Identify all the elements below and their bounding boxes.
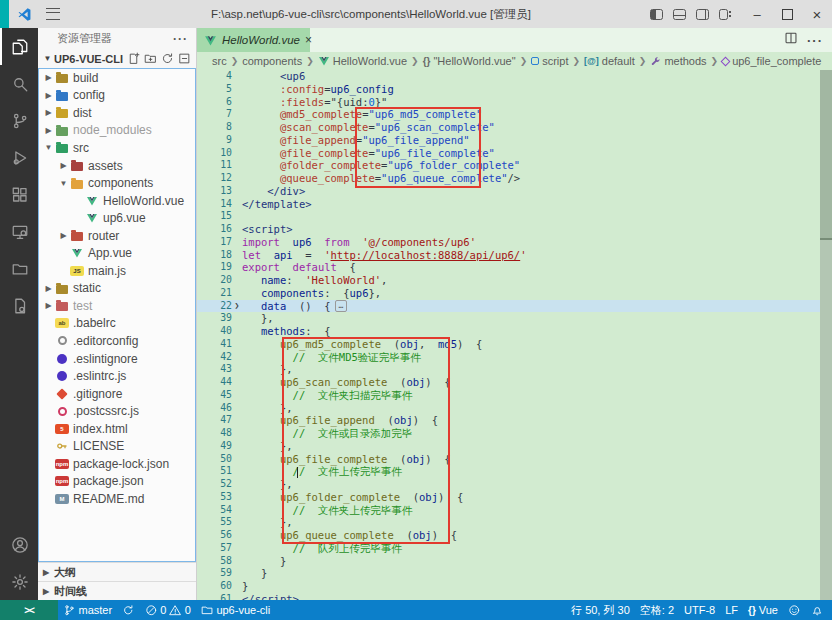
status-notifications[interactable] bbox=[806, 600, 829, 620]
status-language-mode[interactable]: {}Vue bbox=[743, 600, 783, 620]
minimize-button[interactable]: – bbox=[742, 0, 772, 28]
tree-item-package.json[interactable]: npmpackage.json bbox=[39, 473, 195, 491]
tree-item-App.vue[interactable]: App.vue bbox=[39, 244, 195, 262]
tree-item-.gitignore[interactable]: .gitignore bbox=[39, 385, 195, 403]
breadcrumb-item[interactable]: up6_file_complete bbox=[722, 55, 821, 67]
tree-item-dist[interactable]: ▶dist bbox=[39, 104, 195, 122]
status-sync[interactable] bbox=[117, 600, 140, 620]
code-line-17[interactable]: 17import up6 from '@/components/up6' bbox=[197, 236, 832, 249]
code-line-12[interactable]: 12 @queue_complete="up6_queue_complete"/… bbox=[197, 172, 832, 185]
code-line-4[interactable]: 4 <up6 bbox=[197, 70, 832, 83]
code-line-14[interactable]: 14</template> bbox=[197, 198, 832, 211]
toggle-sidebar-icon[interactable] bbox=[650, 9, 663, 20]
scrollbar-thumb[interactable] bbox=[820, 70, 832, 240]
tree-item-nodemodules[interactable]: ▶node_modules bbox=[39, 122, 195, 140]
breadcrumb-item[interactable]: HelloWorld.vue bbox=[318, 55, 407, 67]
status-cursor-position[interactable]: 行 50, 列 30 bbox=[566, 600, 635, 620]
collapse-all-icon[interactable] bbox=[178, 52, 191, 65]
tree-item-README.md[interactable]: MREADME.md bbox=[39, 490, 195, 508]
editor-scrollbar[interactable] bbox=[820, 70, 832, 600]
activity-settings-icon[interactable] bbox=[0, 563, 38, 600]
close-tab-icon[interactable]: × bbox=[305, 34, 312, 46]
status-eol[interactable]: LF bbox=[720, 600, 743, 620]
tree-item-build[interactable]: ▶build bbox=[39, 69, 195, 87]
breadcrumb-item[interactable]: methods bbox=[650, 55, 706, 67]
tree-item-HelloWorld.vue[interactable]: HelloWorld.vue bbox=[39, 192, 195, 210]
timeline-section[interactable]: ▶ 时间线 bbox=[38, 581, 196, 600]
code-line-5[interactable]: 5 :config=up6_config bbox=[197, 83, 832, 96]
activity-project-folder-icon[interactable] bbox=[0, 250, 38, 287]
fold-chevron-icon[interactable]: ❯ bbox=[232, 300, 242, 313]
tree-item-.editorconfig[interactable]: .editorconfig bbox=[39, 332, 195, 350]
toggle-secondary-sidebar-icon[interactable] bbox=[696, 9, 709, 20]
customize-layout-icon[interactable] bbox=[719, 9, 728, 20]
code-line-58[interactable]: 58 } bbox=[197, 555, 832, 568]
tree-item-LICENSE[interactable]: LICENSE bbox=[39, 437, 195, 455]
code-line-19[interactable]: 19export default { bbox=[197, 261, 832, 274]
tree-item-components[interactable]: ▼components bbox=[39, 174, 195, 192]
editor-more-actions-icon[interactable]: ··· bbox=[807, 33, 823, 48]
breadcrumb-item[interactable]: [@]default bbox=[584, 55, 635, 67]
new-file-icon[interactable] bbox=[127, 52, 140, 65]
close-button[interactable]: × bbox=[802, 0, 832, 28]
tab-helloworld-vue[interactable]: HelloWorld.vue × bbox=[197, 28, 310, 52]
code-line-40[interactable]: 40 methods: { bbox=[197, 325, 832, 338]
code-line-7[interactable]: 7 @md5_complete="up6_md5_complete" bbox=[197, 108, 832, 121]
tree-item-.eslintrc.js[interactable]: .eslintrc.js bbox=[39, 367, 195, 385]
maximize-button[interactable] bbox=[772, 0, 802, 28]
activity-remote-explorer-icon[interactable] bbox=[0, 213, 38, 250]
tree-item-src[interactable]: ▼src bbox=[39, 139, 195, 157]
tree-item-main.js[interactable]: JSmain.js bbox=[39, 262, 195, 280]
split-editor-icon[interactable] bbox=[784, 31, 798, 49]
breadcrumb-item[interactable]: src bbox=[212, 55, 227, 67]
tree-item-.postcssrc.js[interactable]: .postcssrc.js bbox=[39, 402, 195, 420]
code-line-60[interactable]: 60} bbox=[197, 580, 832, 593]
code-line-11[interactable]: 11 @folder_complete="up6_folder_complete… bbox=[197, 159, 832, 172]
status-feedback[interactable] bbox=[783, 600, 806, 620]
code-line-21[interactable]: 21 components: {up6}, bbox=[197, 287, 832, 300]
tree-item-.babelrc[interactable]: ab.babelrc bbox=[39, 315, 195, 333]
code-line-22[interactable]: 22❯ data () {… bbox=[197, 300, 832, 313]
tree-item-up6.vue[interactable]: up6.vue bbox=[39, 209, 195, 227]
code-line-13[interactable]: 13 </div> bbox=[197, 185, 832, 198]
activity-settings-file-icon[interactable] bbox=[0, 287, 38, 324]
refresh-icon[interactable] bbox=[161, 52, 174, 65]
tree-item-test[interactable]: ▶test bbox=[39, 297, 195, 315]
code-line-39[interactable]: 39 }, bbox=[197, 312, 832, 325]
remote-indicator[interactable]: >< bbox=[0, 600, 58, 620]
tree-item-router[interactable]: ▶router bbox=[39, 227, 195, 245]
status-workspace-folder[interactable]: up6-vue-cli bbox=[196, 600, 275, 620]
outline-section[interactable]: ▶ 大纲 bbox=[38, 562, 196, 581]
code-line-61[interactable]: 61</script> bbox=[197, 593, 832, 600]
code-line-8[interactable]: 8 @scan_complete="up6_scan_complete" bbox=[197, 121, 832, 134]
code-line-10[interactable]: 10 @file_complete="up6_file_complete" bbox=[197, 147, 832, 160]
toggle-panel-icon[interactable] bbox=[673, 9, 686, 20]
code-line-20[interactable]: 20 name: 'HelloWorld', bbox=[197, 274, 832, 287]
tree-item-package-lock.json[interactable]: npmpackage-lock.json bbox=[39, 455, 195, 473]
breadcrumb-item[interactable]: script bbox=[531, 55, 568, 67]
tree-item-index.html[interactable]: 5index.html bbox=[39, 420, 195, 438]
activity-source-control-icon[interactable] bbox=[0, 102, 38, 139]
code-line-18[interactable]: 18let api = 'http://localhost:8888/api/u… bbox=[197, 249, 832, 262]
tree-item-.eslintignore[interactable]: .eslintignore bbox=[39, 350, 195, 368]
breadcrumb-item[interactable]: components bbox=[242, 55, 302, 67]
activity-extensions-icon[interactable] bbox=[0, 176, 38, 213]
folded-code-badge[interactable]: … bbox=[335, 300, 348, 313]
explorer-more-actions-icon[interactable]: ··· bbox=[173, 32, 188, 46]
status-encoding[interactable]: UTF-8 bbox=[679, 600, 720, 620]
code-line-9[interactable]: 9 @file_append="up6_file_append" bbox=[197, 134, 832, 147]
code-line-59[interactable]: 59 } bbox=[197, 567, 832, 580]
tree-item-assets[interactable]: ▶assets bbox=[39, 157, 195, 175]
menu-icon[interactable] bbox=[46, 8, 60, 20]
activity-search-icon[interactable] bbox=[0, 65, 38, 102]
code-line-6[interactable]: 6 :fields="{uid:0}" bbox=[197, 96, 832, 109]
code-line-15[interactable]: 15 bbox=[197, 210, 832, 223]
breadcrumb-item[interactable]: {}"HelloWorld.vue" bbox=[423, 55, 516, 67]
new-folder-icon[interactable] bbox=[144, 52, 157, 65]
status-indentation[interactable]: 空格: 2 bbox=[635, 600, 679, 620]
activity-accounts-icon[interactable] bbox=[0, 526, 38, 563]
tree-item-config[interactable]: ▶config bbox=[39, 87, 195, 105]
status-problems[interactable]: 00 bbox=[140, 600, 196, 620]
tree-item-static[interactable]: ▶static bbox=[39, 280, 195, 298]
code-editor[interactable]: 4 <up65 :config=up6_config6 :fields="{ui… bbox=[197, 70, 832, 600]
